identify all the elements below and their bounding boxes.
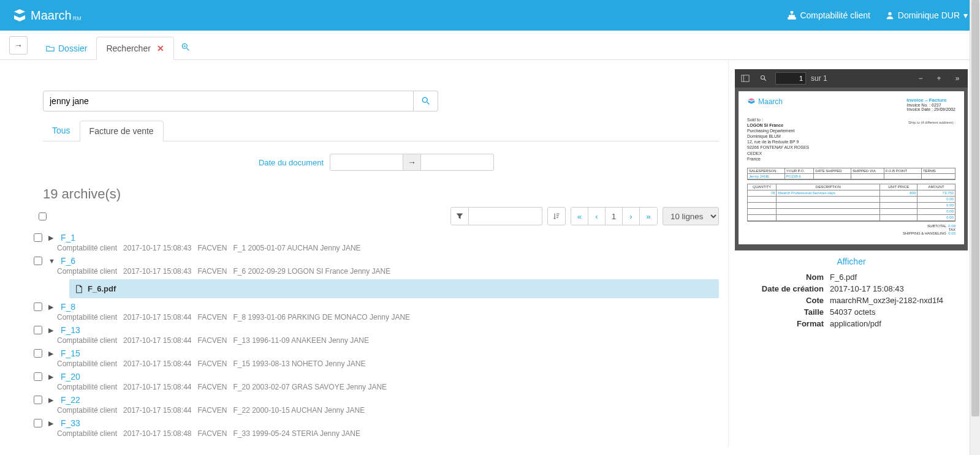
nav-account[interactable]: Comptabilité client [788, 10, 870, 20]
results-list: ▶ F_1 Comptabilité client 2017-10-17 15:… [34, 233, 719, 438]
date-to-input[interactable] [420, 154, 494, 171]
expand-caret[interactable]: ▶ [48, 303, 55, 311]
tab-rechercher[interactable]: Rechercher ✕ [96, 37, 173, 60]
result-type: FACVEN [197, 429, 227, 438]
panel-icon [741, 74, 750, 83]
result-type: FACVEN [197, 359, 227, 368]
result-org: Comptabilité client [57, 313, 117, 322]
search-plus-icon [181, 43, 190, 51]
result-checkbox[interactable] [34, 303, 42, 311]
result-title[interactable]: F_20 [61, 372, 80, 382]
result-date: 2017-10-17 15:08:43 [123, 244, 191, 252]
result-title[interactable]: F_33 [61, 418, 80, 428]
expand-caret[interactable]: ▶ [48, 373, 55, 381]
pdf-lines-table: QUANTITY DESCRIPTION UNIT PRICE AMOUNT 7… [747, 184, 955, 222]
svg-rect-7 [742, 75, 749, 82]
result-title[interactable]: F_22 [61, 395, 80, 405]
result-checkbox[interactable] [34, 396, 42, 404]
scrollbar-thumb[interactable] [971, 0, 979, 416]
svg-point-5 [422, 97, 427, 102]
result-meta: Comptabilité client 2017-10-17 15:08:44 … [57, 406, 719, 415]
result-desc: F_20 2003-02-07 GRAS SAVOYE Jenny JANE [234, 383, 387, 391]
metadata-table: Nom F_6.pdfDate de création 2017-10-17 1… [735, 273, 968, 328]
expand-caret[interactable]: ▶ [48, 326, 55, 334]
page-prev[interactable]: ‹ [588, 208, 606, 225]
select-all-checkbox[interactable] [39, 212, 47, 220]
search-input[interactable] [43, 91, 414, 111]
result-item: ▶ F_33 Comptabilité client 2017-10-17 15… [34, 418, 719, 438]
pdf-zoom-in[interactable]: + [932, 72, 946, 85]
expand-caret[interactable]: ▶ [48, 350, 55, 358]
result-checkbox[interactable] [34, 233, 42, 242]
result-desc: F_6 2002-09-29 LOGON SI France Jenny JAN… [234, 267, 391, 276]
chevron-down-icon: ▾ [963, 10, 968, 20]
maarch-icon [747, 97, 756, 106]
pdf-page-input[interactable] [775, 72, 806, 85]
result-meta: Comptabilité client 2017-10-17 15:08:44 … [57, 383, 719, 391]
filter-input[interactable] [469, 207, 542, 225]
result-org: Comptabilité client [57, 383, 117, 391]
pdf-tools[interactable]: » [951, 72, 964, 85]
page-next[interactable]: › [623, 208, 640, 225]
tab-dossier[interactable]: Dossier [37, 37, 96, 59]
result-type: FACVEN [197, 267, 227, 276]
page-number: 1 [606, 208, 623, 225]
scrollbar[interactable] [970, 0, 980, 448]
folder-open-icon [46, 44, 55, 53]
nav-user[interactable]: Dominique DUR ▾ [886, 10, 968, 20]
expand-caret[interactable]: ▶ [48, 396, 55, 404]
svg-point-0 [888, 12, 891, 15]
pdf-search[interactable] [757, 72, 770, 85]
page-first[interactable]: « [571, 208, 588, 225]
pdf-zoom-out[interactable]: − [914, 72, 927, 85]
meta-value: 2017-10-17 15:08:43 [830, 284, 968, 293]
result-checkbox[interactable] [34, 419, 42, 427]
result-title[interactable]: F_13 [61, 325, 80, 335]
result-date: 2017-10-17 15:08:44 [123, 336, 191, 345]
subtab-tous[interactable]: Tous [43, 121, 80, 141]
expand-caret[interactable]: ▶ [48, 419, 55, 427]
result-checkbox[interactable] [34, 326, 42, 334]
meta-label: Taille [735, 307, 830, 317]
result-org: Comptabilité client [57, 406, 117, 415]
pdf-sidebar-toggle[interactable] [739, 72, 752, 85]
result-meta: Comptabilité client 2017-10-17 15:08:44 … [57, 359, 719, 368]
search-bar [43, 91, 438, 111]
result-item: ▶ F_13 Comptabilité client 2017-10-17 15… [34, 325, 719, 345]
expand-caret[interactable]: ▼ [48, 257, 55, 265]
meta-row: Taille 54037 octets [735, 307, 968, 317]
expand-caret[interactable]: ▶ [48, 234, 55, 242]
brand-name: Maarch [31, 9, 72, 23]
close-icon[interactable]: ✕ [157, 43, 164, 53]
date-from-input[interactable] [330, 154, 403, 171]
pdf-ship-to: Ship to (if different address) : [908, 121, 955, 124]
result-title[interactable]: F_6 [61, 256, 75, 266]
filter-button[interactable] [450, 207, 469, 225]
result-title[interactable]: F_8 [61, 302, 75, 312]
tab-new-search[interactable] [174, 37, 197, 59]
arrow-right-icon: → [14, 40, 23, 50]
lines-per-page[interactable]: 10 lignes [663, 207, 719, 225]
result-item: ▼ F_6 Comptabilité client 2017-10-17 15:… [34, 256, 719, 298]
result-count: 19 archive(s) [43, 186, 719, 202]
subtab-facture[interactable]: Facture de vente [80, 121, 164, 141]
result-item: ▶ F_20 Comptabilité client 2017-10-17 15… [34, 372, 719, 391]
result-org: Comptabilité client [57, 267, 117, 276]
result-checkbox[interactable] [34, 372, 42, 381]
svg-line-10 [764, 79, 766, 81]
result-title[interactable]: F_15 [61, 348, 80, 358]
result-title[interactable]: F_1 [61, 233, 75, 243]
result-date: 2017-10-17 15:08:44 [123, 313, 191, 322]
meta-value: 54037 octets [830, 307, 968, 317]
afficher-link[interactable]: Afficher [837, 257, 865, 266]
result-file[interactable]: F_6.pdf [69, 279, 719, 298]
sidebar-toggle[interactable]: → [9, 36, 28, 55]
result-checkbox[interactable] [34, 349, 42, 358]
maarch-icon [12, 8, 27, 23]
result-desc: F_13 1996-11-09 ANAKEEN Jenny JANE [234, 336, 369, 345]
result-checkbox[interactable] [34, 257, 42, 265]
search-button[interactable] [414, 91, 438, 111]
result-desc: F_33 1999-05-24 STERIA Jenny JANE [234, 429, 360, 438]
page-last[interactable]: » [640, 208, 657, 225]
sort-button[interactable] [547, 207, 566, 225]
